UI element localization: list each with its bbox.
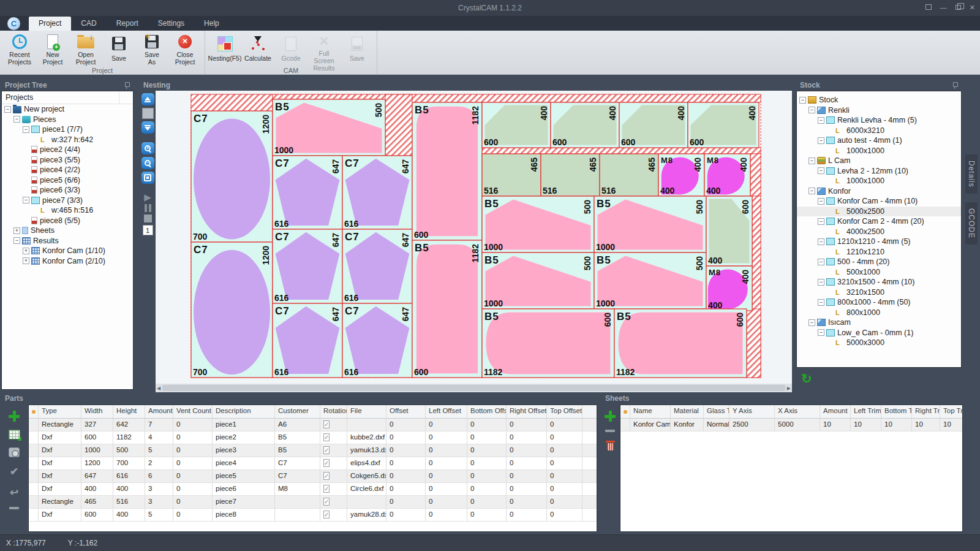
nest-cell[interactable]: B51182600 [614, 309, 747, 378]
pin-icon[interactable] [952, 82, 958, 89]
side-tab-gcode[interactable]: GCODE [965, 202, 978, 245]
column-header[interactable]: Height [113, 405, 145, 418]
column-header[interactable]: Right Offset [507, 405, 547, 418]
nest-cell[interactable]: C77001200 [191, 111, 273, 242]
nest-cell[interactable]: B56001182 [412, 240, 482, 378]
stock-tree-item[interactable]: L4000x2500 [797, 227, 961, 237]
stock-tree-item[interactable]: −500 - 4mm (20) [797, 257, 961, 267]
expander-icon[interactable]: − [818, 259, 824, 265]
nest-cell[interactable]: C7616647 [342, 303, 412, 378]
project-tree-item[interactable]: +Konfor Cam (2/10) [2, 256, 133, 267]
project-tree-item[interactable]: −Results [2, 236, 133, 246]
stock-tree-item[interactable]: L5000x2500 [797, 207, 961, 217]
rotation-checkbox[interactable]: ✓ [323, 446, 330, 454]
column-header[interactable]: Top Trim [940, 405, 963, 418]
column-header[interactable]: Rotation [320, 405, 347, 418]
nest-cell[interactable]: B51000500 [594, 196, 706, 253]
expander-icon[interactable]: − [809, 158, 815, 164]
stock-tree-item[interactable]: −Renkli [797, 105, 961, 116]
pause-icon[interactable] [145, 204, 147, 212]
menu-item-report[interactable]: Report [107, 17, 148, 31]
stock-tree-item[interactable]: −Konfor [797, 186, 961, 197]
import-parts-icon[interactable] [9, 430, 20, 439]
stock-tree-item[interactable]: −800x1000 - 4mm (50) [797, 297, 961, 308]
column-header[interactable]: Customer [275, 405, 320, 418]
column-header[interactable]: Type [39, 405, 81, 418]
nest-cell[interactable]: C7616647 [273, 303, 342, 378]
nest-cell[interactable]: 600400 [619, 102, 688, 148]
nest-cell[interactable]: M8400400 [706, 266, 752, 311]
expander-icon[interactable]: − [818, 117, 824, 124]
refresh-icon[interactable]: ↻ [801, 373, 812, 385]
column-header[interactable]: Width [81, 405, 113, 418]
expander-icon[interactable]: − [809, 188, 815, 194]
eject-down-icon[interactable] [141, 121, 154, 134]
stock-tree-item[interactable]: −Stock [797, 95, 961, 105]
project-tree-item[interactable]: piece6 (3/3) [2, 185, 133, 196]
project-tree-item[interactable]: piece3 (5/5) [2, 155, 133, 165]
expander-icon[interactable]: − [818, 198, 824, 205]
nest-cell[interactable]: C7616647 [342, 229, 412, 303]
stock-tree-item[interactable]: −Renkli Levha - 4mm (5) [797, 115, 961, 126]
minimize-icon[interactable]: — [940, 3, 947, 12]
column-header[interactable]: Description [213, 405, 275, 418]
stop-icon[interactable] [144, 215, 152, 222]
column-header[interactable]: Amount [820, 405, 851, 418]
new-project-button[interactable]: New Project [37, 32, 69, 66]
nest-cell[interactable]: 516465 [541, 154, 600, 196]
delete-sheet-icon[interactable] [606, 440, 615, 450]
nest-cell[interactable]: 600400 [551, 102, 619, 148]
project-tree-item[interactable]: piece5 (6/6) [2, 175, 133, 186]
project-tree-item[interactable]: −piece1 (7/7) [2, 124, 133, 135]
side-tab-details[interactable]: Details [965, 154, 978, 194]
project-tree-item[interactable]: piece4 (2/2) [2, 165, 133, 175]
table-row[interactable]: Dxf120070020piece4C7✓elips4.dxf00000 [29, 457, 597, 470]
expander-icon[interactable]: − [818, 299, 824, 306]
expander-icon[interactable]: − [23, 197, 29, 203]
expander-icon[interactable]: + [13, 227, 20, 234]
add-part-icon[interactable] [9, 411, 20, 422]
pin-icon[interactable] [124, 82, 130, 89]
expander-icon[interactable]: − [4, 106, 11, 113]
nest-cell[interactable]: B51182600 [482, 309, 614, 378]
undo-icon[interactable]: ↩ [10, 486, 18, 499]
project-tree-item[interactable]: piece8 (5/5) [2, 216, 133, 226]
apply-icon[interactable]: ✔ [10, 465, 18, 478]
stock-tree-item[interactable]: −auto test - 4mm (1) [797, 135, 961, 146]
fullscreen-icon[interactable] [925, 3, 932, 12]
stock-tree-item[interactable]: L5000x3000 [797, 338, 961, 348]
nest-cell[interactable]: C7616647 [273, 229, 342, 303]
expander-icon[interactable]: − [818, 167, 824, 174]
stock-tree-item[interactable]: −Konfor Cam 2 - 4mm (20) [797, 216, 961, 227]
column-header[interactable]: Top Offset [547, 405, 582, 418]
column-header[interactable]: Name [630, 405, 671, 418]
table-row[interactable]: Dxf100050050piece3B5✓yamuk13.dxf00000 [29, 444, 597, 457]
table-row[interactable]: Dxf64761660piece5C7✓Cokgen5.dxf00000 [29, 470, 597, 483]
project-tree-item[interactable]: −Pieces [2, 115, 133, 125]
expander-icon[interactable]: − [809, 319, 815, 326]
column-header[interactable]: Bottom T [881, 405, 912, 418]
column-header[interactable]: Bottom Offse [467, 405, 507, 418]
nest-cell[interactable]: 516465 [600, 154, 658, 196]
expander-icon[interactable]: − [23, 126, 29, 133]
table-row[interactable]: Dxf600118240piece2B5✓kubbe2.dxf00000 [29, 431, 597, 444]
remove-sheet-icon[interactable] [605, 430, 615, 432]
close-icon[interactable]: ✕ [970, 3, 975, 12]
table-row[interactable]: Rectangle46551630piece7✓00000 [29, 496, 597, 509]
rotation-checkbox[interactable]: ✓ [323, 472, 330, 480]
rotation-checkbox[interactable]: ✓ [323, 459, 330, 467]
table-row[interactable]: Konfor CamKonforNormal250050001010101010 [620, 419, 962, 431]
column-header[interactable]: Right Trir [912, 405, 940, 418]
rotation-checkbox[interactable]: ✓ [323, 511, 330, 519]
project-tree-item[interactable]: Lw:327 h:642 [2, 135, 133, 145]
scrollbar-thumb[interactable] [162, 385, 785, 391]
nesting-sheet[interactable]: C77001200C77001200B51000500C7616647C7616… [190, 93, 762, 379]
expander-icon[interactable]: − [13, 237, 20, 244]
expander-icon[interactable]: − [799, 97, 806, 104]
stock-tree-item[interactable]: L1210x1210 [797, 247, 961, 257]
zoom-in-icon[interactable]: + [141, 142, 154, 154]
column-header[interactable]: Amount [145, 405, 173, 418]
expander-icon[interactable]: − [818, 137, 824, 144]
stock-tree-item[interactable]: L3210x1500 [797, 287, 961, 298]
stock-tree-item[interactable]: L1000x1000 [797, 176, 961, 186]
